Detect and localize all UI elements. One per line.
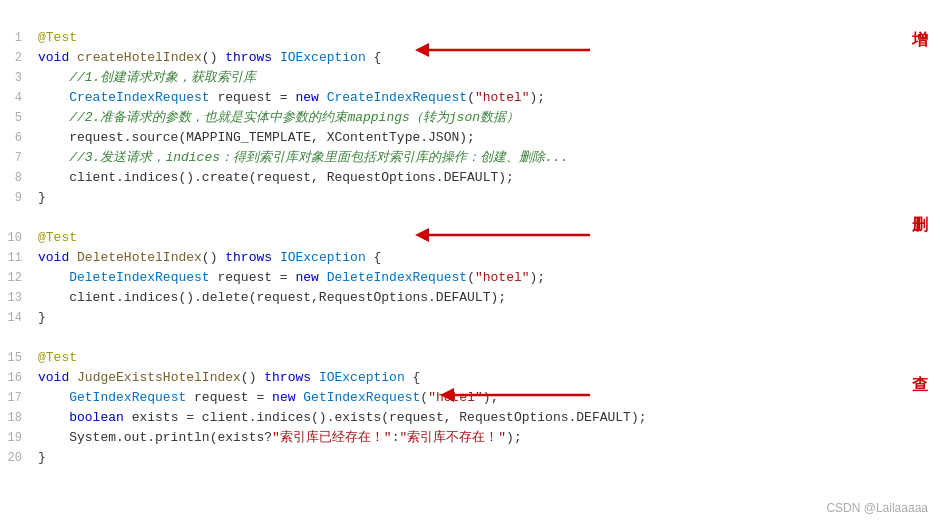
line-content: } — [28, 188, 940, 208]
code-token: //2.准备请求的参数，也就是实体中参数的约束mappings（转为json数据… — [38, 110, 519, 125]
line-content: boolean exists = client.indices().exists… — [28, 408, 940, 428]
code-token: request = — [210, 270, 296, 285]
code-line — [0, 328, 940, 348]
code-token — [69, 250, 77, 265]
line-content: request.source(MAPPING_TEMPLATE, XConten… — [28, 128, 940, 148]
line-content — [28, 208, 940, 228]
code-token — [38, 270, 69, 285]
code-token: request = — [210, 90, 296, 105]
code-token: boolean — [69, 410, 124, 425]
line-number: 5 — [0, 108, 28, 128]
code-line: 9} — [0, 188, 940, 208]
code-token — [38, 90, 69, 105]
line-content: DeleteIndexRequest request = new DeleteI… — [28, 268, 940, 288]
line-content: GetIndexRequest request = new GetIndexRe… — [28, 388, 940, 408]
code-token: @Test — [38, 350, 77, 365]
line-content: //1.创建请求对象，获取索引库 — [28, 68, 940, 88]
code-token: ); — [530, 270, 546, 285]
code-token: void — [38, 250, 69, 265]
code-line: 6 request.source(MAPPING_TEMPLATE, XCont… — [0, 128, 940, 148]
code-token — [311, 370, 319, 385]
line-content — [28, 8, 940, 28]
line-number: 12 — [0, 268, 28, 288]
code-token — [38, 390, 69, 405]
code-line: 3 //1.创建请求对象，获取索引库 — [0, 68, 940, 88]
code-token: throws — [225, 250, 272, 265]
code-token: () — [202, 250, 225, 265]
code-token: "hotel" — [475, 90, 530, 105]
code-line: 14} — [0, 308, 940, 328]
code-token: "索引库不存在！" — [399, 430, 506, 445]
code-token: DeleteIndexRequest — [327, 270, 467, 285]
code-line: 20} — [0, 448, 940, 468]
code-token — [319, 270, 327, 285]
code-line: 7 //3.发送请求，indices：得到索引库对象里面包括对索引库的操作：创建… — [0, 148, 940, 168]
code-token: CreateIndexRequest — [327, 90, 467, 105]
line-number: 9 — [0, 188, 28, 208]
line-content: } — [28, 308, 940, 328]
code-line: 19 System.out.println(exists?"索引库已经存在！":… — [0, 428, 940, 448]
code-line: 4 CreateIndexRequest request = new Creat… — [0, 88, 940, 108]
line-number: 15 — [0, 348, 28, 368]
line-content: @Test — [28, 28, 940, 48]
code-line: 16void JudgeExistsHotelIndex() throws IO… — [0, 368, 940, 388]
line-content — [28, 328, 940, 348]
code-line: 12 DeleteIndexRequest request = new Dele… — [0, 268, 940, 288]
line-content: } — [28, 448, 940, 468]
line-number: 10 — [0, 228, 28, 248]
line-content: void createHotelIndex() throws IOExcepti… — [28, 48, 940, 68]
line-number: 18 — [0, 408, 28, 428]
code-line — [0, 8, 940, 28]
code-line: 18 boolean exists = client.indices().exi… — [0, 408, 940, 428]
line-number: 3 — [0, 68, 28, 88]
line-number: 14 — [0, 308, 28, 328]
line-content: @Test — [28, 348, 940, 368]
code-token: ); — [506, 430, 522, 445]
code-line: 13 client.indices().delete(request,Reque… — [0, 288, 940, 308]
code-token — [69, 370, 77, 385]
side-label: 增 — [912, 30, 928, 51]
line-content: @Test — [28, 228, 940, 248]
line-number: 17 — [0, 388, 28, 408]
code-token — [319, 90, 327, 105]
code-token: GetIndexRequest — [303, 390, 420, 405]
code-token: () — [241, 370, 264, 385]
code-token: JudgeExistsHotelIndex — [77, 370, 241, 385]
line-content: client.indices().create(request, Request… — [28, 168, 940, 188]
code-token: DeleteHotelIndex — [77, 250, 202, 265]
code-token: { — [405, 370, 421, 385]
code-token — [69, 50, 77, 65]
code-line: 2void createHotelIndex() throws IOExcept… — [0, 48, 940, 68]
code-token: ( — [467, 270, 475, 285]
line-content: //3.发送请求，indices：得到索引库对象里面包括对索引库的操作：创建、删… — [28, 148, 940, 168]
line-number: 1 — [0, 28, 28, 48]
line-number: 8 — [0, 168, 28, 188]
code-token: CreateIndexRequest — [69, 90, 209, 105]
code-line: 15@Test — [0, 348, 940, 368]
line-number: 7 — [0, 148, 28, 168]
code-token: "hotel" — [428, 390, 483, 405]
code-token: } — [38, 450, 46, 465]
code-token: GetIndexRequest — [69, 390, 186, 405]
code-token: System.out.println(exists? — [38, 430, 272, 445]
line-content: client.indices().delete(request,RequestO… — [28, 288, 940, 308]
code-token: new — [295, 90, 318, 105]
code-token: request.source(MAPPING_TEMPLATE, XConten… — [38, 130, 475, 145]
code-token: exists = client.indices().exists(request… — [124, 410, 647, 425]
code-token — [272, 50, 280, 65]
code-token: void — [38, 50, 69, 65]
code-token: ( — [467, 90, 475, 105]
code-token — [38, 410, 69, 425]
code-line: 5 //2.准备请求的参数，也就是实体中参数的约束mappings（转为json… — [0, 108, 940, 128]
line-number: 13 — [0, 288, 28, 308]
code-token: client.indices().create(request, Request… — [38, 170, 514, 185]
code-token: client.indices().delete(request,RequestO… — [38, 290, 506, 305]
code-token: "hotel" — [475, 270, 530, 285]
code-line: 11void DeleteHotelIndex() throws IOExcep… — [0, 248, 940, 268]
code-line: 8 client.indices().create(request, Reque… — [0, 168, 940, 188]
code-token: @Test — [38, 230, 77, 245]
code-area: 1@Test2void createHotelIndex() throws IO… — [0, 0, 940, 523]
code-token: { — [366, 250, 382, 265]
code-token: } — [38, 310, 46, 325]
code-token: //1.创建请求对象，获取索引库 — [38, 70, 256, 85]
